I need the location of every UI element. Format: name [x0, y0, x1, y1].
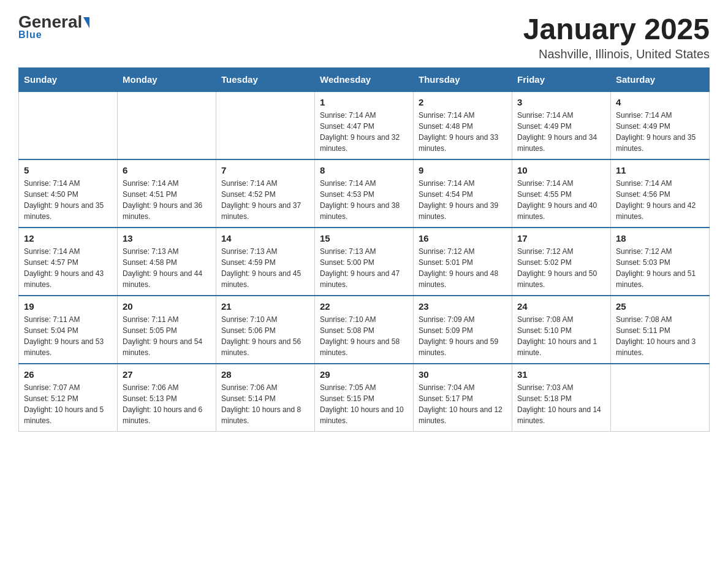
day-number: 22	[320, 301, 408, 312]
calendar-day-22: 22Sunrise: 7:10 AM Sunset: 5:08 PM Dayli…	[315, 296, 414, 364]
day-info: Sunrise: 7:14 AM Sunset: 4:55 PM Dayligh…	[517, 178, 605, 222]
day-info: Sunrise: 7:14 AM Sunset: 4:54 PM Dayligh…	[419, 178, 507, 222]
day-number: 4	[616, 97, 704, 107]
calendar-day-4: 4Sunrise: 7:14 AM Sunset: 4:49 PM Daylig…	[611, 91, 710, 159]
day-info: Sunrise: 7:09 AM Sunset: 5:09 PM Dayligh…	[419, 314, 507, 358]
day-number: 30	[419, 369, 507, 380]
day-number: 6	[123, 165, 211, 175]
day-info: Sunrise: 7:07 AM Sunset: 5:12 PM Dayligh…	[24, 382, 112, 426]
day-header-wednesday: Wednesday	[315, 68, 414, 92]
day-number: 27	[123, 369, 211, 380]
month-title: January 2025	[523, 12, 710, 46]
day-info: Sunrise: 7:13 AM Sunset: 5:00 PM Dayligh…	[320, 246, 408, 290]
calendar-day-3: 3Sunrise: 7:14 AM Sunset: 4:49 PM Daylig…	[512, 91, 611, 159]
calendar-day-21: 21Sunrise: 7:10 AM Sunset: 5:06 PM Dayli…	[216, 296, 315, 364]
empty-cell	[216, 91, 315, 159]
day-number: 12	[24, 233, 112, 243]
calendar-day-2: 2Sunrise: 7:14 AM Sunset: 4:48 PM Daylig…	[414, 91, 512, 159]
day-number: 15	[320, 233, 408, 243]
day-number: 18	[616, 233, 704, 243]
calendar-week-2: 5Sunrise: 7:14 AM Sunset: 4:50 PM Daylig…	[19, 159, 710, 228]
day-number: 25	[616, 301, 704, 312]
calendar-day-28: 28Sunrise: 7:06 AM Sunset: 5:14 PM Dayli…	[216, 364, 315, 432]
day-info: Sunrise: 7:14 AM Sunset: 4:57 PM Dayligh…	[24, 246, 112, 290]
day-number: 7	[221, 165, 309, 175]
day-number: 29	[320, 369, 408, 380]
calendar-day-1: 1Sunrise: 7:14 AM Sunset: 4:47 PM Daylig…	[315, 91, 414, 159]
calendar-day-9: 9Sunrise: 7:14 AM Sunset: 4:54 PM Daylig…	[414, 159, 512, 228]
logo-area: General Blue	[18, 12, 89, 40]
day-header-thursday: Thursday	[414, 68, 512, 92]
day-header-saturday: Saturday	[611, 68, 710, 92]
day-number: 20	[123, 301, 211, 312]
day-number: 3	[517, 97, 605, 107]
day-info: Sunrise: 7:14 AM Sunset: 4:53 PM Dayligh…	[320, 178, 408, 222]
day-info: Sunrise: 7:14 AM Sunset: 4:49 PM Dayligh…	[616, 110, 704, 154]
day-info: Sunrise: 7:14 AM Sunset: 4:49 PM Dayligh…	[517, 110, 605, 154]
day-number: 31	[517, 369, 605, 380]
day-number: 24	[517, 301, 605, 312]
calendar-day-31: 31Sunrise: 7:03 AM Sunset: 5:18 PM Dayli…	[512, 364, 611, 432]
day-info: Sunrise: 7:08 AM Sunset: 5:11 PM Dayligh…	[616, 314, 704, 358]
calendar-week-1: 1Sunrise: 7:14 AM Sunset: 4:47 PM Daylig…	[19, 91, 710, 159]
calendar-day-8: 8Sunrise: 7:14 AM Sunset: 4:53 PM Daylig…	[315, 159, 414, 228]
day-number: 2	[419, 97, 507, 107]
day-info: Sunrise: 7:12 AM Sunset: 5:03 PM Dayligh…	[616, 246, 704, 290]
calendar-week-4: 19Sunrise: 7:11 AM Sunset: 5:04 PM Dayli…	[19, 296, 710, 364]
calendar-day-6: 6Sunrise: 7:14 AM Sunset: 4:51 PM Daylig…	[118, 159, 216, 228]
day-info: Sunrise: 7:14 AM Sunset: 4:50 PM Dayligh…	[24, 178, 112, 222]
day-number: 17	[517, 233, 605, 243]
day-info: Sunrise: 7:06 AM Sunset: 5:14 PM Dayligh…	[221, 382, 309, 426]
logo-triangle-icon	[83, 17, 89, 28]
day-header-tuesday: Tuesday	[216, 68, 315, 92]
calendar-week-3: 12Sunrise: 7:14 AM Sunset: 4:57 PM Dayli…	[19, 228, 710, 296]
calendar-day-30: 30Sunrise: 7:04 AM Sunset: 5:17 PM Dayli…	[414, 364, 512, 432]
day-info: Sunrise: 7:12 AM Sunset: 5:01 PM Dayligh…	[419, 246, 507, 290]
day-number: 28	[221, 369, 309, 380]
calendar-day-17: 17Sunrise: 7:12 AM Sunset: 5:02 PM Dayli…	[512, 228, 611, 296]
empty-cell	[118, 91, 216, 159]
day-info: Sunrise: 7:14 AM Sunset: 4:48 PM Dayligh…	[419, 110, 507, 154]
calendar-week-5: 26Sunrise: 7:07 AM Sunset: 5:12 PM Dayli…	[19, 364, 710, 432]
day-number: 21	[221, 301, 309, 312]
calendar-day-11: 11Sunrise: 7:14 AM Sunset: 4:56 PM Dayli…	[611, 159, 710, 228]
day-info: Sunrise: 7:14 AM Sunset: 4:52 PM Dayligh…	[221, 178, 309, 222]
calendar-day-27: 27Sunrise: 7:06 AM Sunset: 5:13 PM Dayli…	[118, 364, 216, 432]
day-number: 9	[419, 165, 507, 175]
calendar-day-14: 14Sunrise: 7:13 AM Sunset: 4:59 PM Dayli…	[216, 228, 315, 296]
empty-cell	[19, 91, 118, 159]
calendar-day-23: 23Sunrise: 7:09 AM Sunset: 5:09 PM Dayli…	[414, 296, 512, 364]
logo-blue-text: Blue	[18, 29, 42, 40]
day-number: 26	[24, 369, 112, 380]
day-number: 19	[24, 301, 112, 312]
calendar-day-25: 25Sunrise: 7:08 AM Sunset: 5:11 PM Dayli…	[611, 296, 710, 364]
calendar-day-24: 24Sunrise: 7:08 AM Sunset: 5:10 PM Dayli…	[512, 296, 611, 364]
page-header: General Blue January 2025 Nashville, Ill…	[18, 12, 710, 61]
empty-cell	[611, 364, 710, 432]
calendar-table: SundayMondayTuesdayWednesdayThursdayFrid…	[18, 67, 710, 432]
day-header-friday: Friday	[512, 68, 611, 92]
day-info: Sunrise: 7:10 AM Sunset: 5:06 PM Dayligh…	[221, 314, 309, 358]
location-subtitle: Nashville, Illinois, United States	[523, 47, 710, 61]
day-info: Sunrise: 7:10 AM Sunset: 5:08 PM Dayligh…	[320, 314, 408, 358]
day-header-monday: Monday	[118, 68, 216, 92]
day-number: 1	[320, 97, 408, 107]
day-number: 8	[320, 165, 408, 175]
day-info: Sunrise: 7:13 AM Sunset: 4:59 PM Dayligh…	[221, 246, 309, 290]
calendar-day-5: 5Sunrise: 7:14 AM Sunset: 4:50 PM Daylig…	[19, 159, 118, 228]
calendar-day-7: 7Sunrise: 7:14 AM Sunset: 4:52 PM Daylig…	[216, 159, 315, 228]
day-info: Sunrise: 7:06 AM Sunset: 5:13 PM Dayligh…	[123, 382, 211, 426]
calendar-day-18: 18Sunrise: 7:12 AM Sunset: 5:03 PM Dayli…	[611, 228, 710, 296]
day-info: Sunrise: 7:14 AM Sunset: 4:56 PM Dayligh…	[616, 178, 704, 222]
day-number: 11	[616, 165, 704, 175]
day-info: Sunrise: 7:03 AM Sunset: 5:18 PM Dayligh…	[517, 382, 605, 426]
calendar-day-15: 15Sunrise: 7:13 AM Sunset: 5:00 PM Dayli…	[315, 228, 414, 296]
title-area: January 2025 Nashville, Illinois, United…	[523, 12, 710, 61]
day-info: Sunrise: 7:13 AM Sunset: 4:58 PM Dayligh…	[123, 246, 211, 290]
calendar-header-row: SundayMondayTuesdayWednesdayThursdayFrid…	[19, 68, 710, 92]
day-info: Sunrise: 7:12 AM Sunset: 5:02 PM Dayligh…	[517, 246, 605, 290]
calendar-day-26: 26Sunrise: 7:07 AM Sunset: 5:12 PM Dayli…	[19, 364, 118, 432]
day-info: Sunrise: 7:14 AM Sunset: 4:47 PM Dayligh…	[320, 110, 408, 154]
calendar-day-29: 29Sunrise: 7:05 AM Sunset: 5:15 PM Dayli…	[315, 364, 414, 432]
day-info: Sunrise: 7:14 AM Sunset: 4:51 PM Dayligh…	[123, 178, 211, 222]
